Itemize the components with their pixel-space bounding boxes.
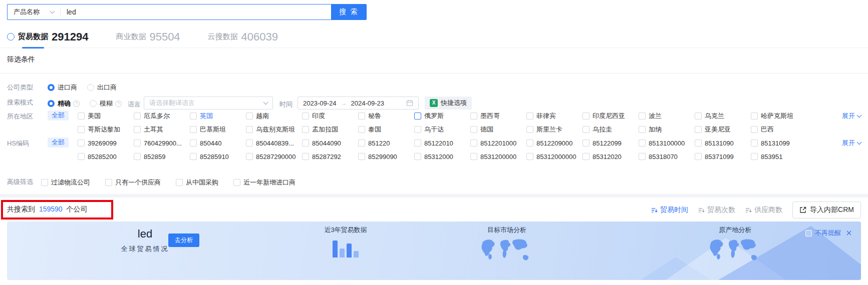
hs-code-checkbox[interactable]: 8512201000	[470, 138, 526, 148]
hs-code-checkbox[interactable]: 8513100000	[639, 138, 695, 148]
tab[interactable]: 贸易数据 291294	[7, 26, 88, 48]
region-checkbox[interactable]: 斯里兰卡	[526, 124, 583, 135]
search-mode-radio[interactable]: 模糊	[90, 99, 122, 108]
hs-code-checkbox[interactable]: 8512209000	[526, 138, 583, 148]
region-checkbox[interactable]: 哥斯达黎加	[78, 124, 134, 135]
hs-code-checkbox[interactable]: 85287292	[302, 151, 358, 162]
hs-code-checkbox[interactable]: 85312020	[583, 151, 639, 162]
checkbox-label: 85285200	[88, 153, 117, 160]
region-checkbox[interactable]: 德国	[470, 124, 526, 135]
region-checkbox[interactable]: 孟加拉国	[302, 124, 358, 135]
region-checkbox[interactable]: 越南	[246, 110, 302, 122]
region-checkbox[interactable]: 加纳	[639, 124, 695, 135]
info-icon[interactable]	[73, 100, 80, 107]
hs-code-checkbox[interactable]: 85122010	[414, 138, 470, 148]
hs-code-checkbox[interactable]: 85312000000	[526, 151, 583, 162]
region-checkbox[interactable]: 印度	[302, 110, 358, 122]
advanced-checkbox[interactable]: 从中国采购	[176, 177, 218, 188]
hs-code-checkbox[interactable]: 85287290000	[246, 151, 302, 162]
hs-code-checkbox[interactable]: 39269099	[78, 138, 134, 148]
hs-code-checkbox[interactable]: 85131090	[695, 138, 751, 148]
sort-label: 供应商数	[754, 206, 782, 214]
checkbox-label: 墨西哥	[480, 112, 500, 120]
hs-code-checkbox[interactable]: 85285200	[78, 151, 134, 162]
hs-all-chip[interactable]: 全部	[48, 138, 69, 148]
checkbox-icon	[414, 140, 421, 146]
checkbox-icon	[414, 112, 421, 120]
checkbox-label: 850440839...	[256, 140, 294, 147]
sort-button[interactable]: 贸易时间	[651, 206, 688, 214]
region-checkbox[interactable]: 巴基斯坦	[190, 124, 246, 135]
checkbox-icon	[190, 126, 197, 133]
analyze-button[interactable]: 去分析	[168, 234, 199, 247]
bar-chart-icon	[333, 240, 359, 258]
advanced-checkbox[interactable]: 近一年新增进口商	[233, 177, 296, 188]
info-icon[interactable]	[115, 100, 122, 107]
hs-code-checkbox[interactable]: 85299090	[358, 151, 414, 162]
region-checkbox[interactable]: 土耳其	[134, 124, 190, 135]
region-checkbox[interactable]: 英国	[190, 110, 246, 122]
dismiss-checkbox[interactable]	[805, 230, 812, 236]
hs-code-checkbox[interactable]: 85044090	[302, 138, 358, 148]
region-checkbox[interactable]: 秘鲁	[358, 110, 414, 122]
hs-code-checkbox[interactable]: 85371099	[695, 151, 751, 162]
region-checkbox[interactable]: 泰国	[358, 124, 414, 135]
advanced-checkbox[interactable]: 过滤物流公司	[41, 177, 90, 188]
quick-options-button[interactable]: 快捷选项	[425, 96, 472, 110]
search-button[interactable]: 搜 索	[331, 4, 367, 20]
search-category-select[interactable]: 产品名称	[8, 8, 60, 16]
hs-code-checkbox[interactable]: 853951	[751, 151, 807, 162]
hs-code-checkbox[interactable]: 850440839...	[246, 138, 302, 148]
checkbox-icon	[176, 179, 183, 186]
language-select[interactable]: 请选择翻译语言	[144, 96, 273, 110]
hs-code-checkbox[interactable]: 85122099	[583, 138, 639, 148]
hs-code-checkbox[interactable]: 85285910	[190, 151, 246, 162]
hs-code-checkbox[interactable]: 85318070	[639, 151, 695, 162]
region-checkbox[interactable]: 巴西	[751, 124, 807, 135]
advanced-checkbox[interactable]: 只有一个供应商	[105, 177, 161, 188]
region-checkbox[interactable]: 美国	[78, 110, 134, 122]
company-type-row: 公司类型 进口商 出口商	[0, 82, 868, 92]
hs-code-checkbox[interactable]: 852859	[134, 151, 190, 162]
sort-icon	[745, 207, 752, 214]
region-checkbox[interactable]: 俄罗斯	[414, 110, 470, 122]
sort-button[interactable]: 供应商数	[745, 206, 782, 214]
region-checkbox[interactable]: 乌兹别克斯坦	[246, 124, 302, 135]
region-checkbox[interactable]: 菲律宾	[526, 110, 583, 122]
hs-code-checkbox[interactable]: 8531200000	[470, 151, 526, 162]
close-icon[interactable]	[846, 230, 852, 236]
tab[interactable]: 商业数据 95504	[116, 26, 180, 48]
region-checkbox[interactable]: 乌干达	[414, 124, 470, 135]
region-checkbox[interactable]: 波兰	[639, 110, 695, 122]
excel-icon	[430, 99, 438, 107]
region-all-chip[interactable]: 全部	[48, 110, 69, 120]
region-checkbox[interactable]: 乌克兰	[695, 110, 751, 122]
banner-section-title: 原产地分析	[690, 226, 780, 234]
radio-label: 模糊	[100, 99, 113, 108]
sort-button[interactable]: 贸易次数	[698, 206, 735, 214]
region-checkbox[interactable]: 哈萨克斯坦	[751, 110, 807, 122]
tab[interactable]: 云搜数据 406039	[208, 26, 278, 48]
help-icon[interactable]	[7, 33, 15, 40]
hs-code-checkbox[interactable]: 85131099	[751, 138, 807, 148]
region-checkbox[interactable]: 印度尼西亚	[583, 110, 639, 122]
import-crm-button[interactable]: 导入内部CRM	[792, 202, 861, 218]
hs-code-checkbox[interactable]: 85312000	[414, 151, 470, 162]
company-type-radio[interactable]: 出口商	[87, 83, 117, 92]
hs-checkbox-grid: 39269099 760429900... 850440 850440839..…	[78, 138, 868, 148]
region-checkbox[interactable]: 亚美尼亚	[695, 124, 751, 135]
region-checkbox[interactable]: 墨西哥	[470, 110, 526, 122]
hs-code-checkbox[interactable]: 850440	[190, 138, 246, 148]
date-range-picker[interactable]: 2023-09-24 2024-09-23	[298, 96, 419, 110]
region-checkbox[interactable]: 厄瓜多尔	[134, 110, 190, 122]
region-expand-link[interactable]: 展开	[842, 112, 861, 120]
search-input[interactable]	[61, 8, 331, 16]
tab-label: 贸易数据	[18, 32, 48, 42]
hs-expand-link[interactable]: 展开	[842, 138, 861, 148]
tab-label: 云搜数据	[208, 32, 238, 42]
hs-code-checkbox[interactable]: 851220	[358, 138, 414, 148]
company-type-radio[interactable]: 进口商	[48, 83, 77, 92]
region-checkbox[interactable]: 乌拉圭	[583, 124, 639, 135]
hs-code-checkbox[interactable]: 760429900...	[134, 138, 190, 148]
search-mode-radio[interactable]: 精确	[48, 99, 80, 108]
